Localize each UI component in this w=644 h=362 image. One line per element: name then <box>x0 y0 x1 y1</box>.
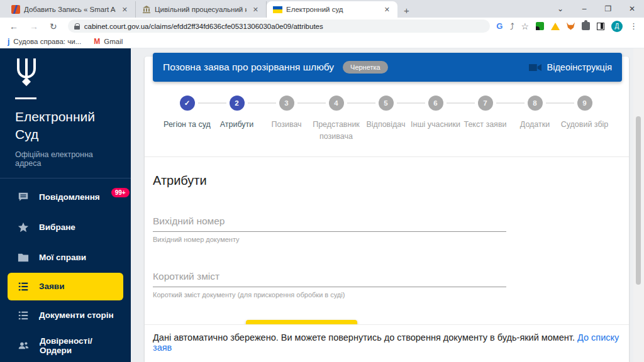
profile-avatar[interactable]: Д <box>611 21 623 32</box>
progress-stepper: ✓ Регіон та суд 2 Атрибути 3 Позивач 4 П… <box>162 96 611 143</box>
sidebar-item-favorites[interactable]: Вибране <box>0 212 131 243</box>
sidebar-item-label: Повідомлення <box>39 192 100 202</box>
cast-extension-icon[interactable] <box>536 22 544 30</box>
sidebar: Електронний Суд Офіційна електронна адре… <box>0 48 131 362</box>
address-bar: ← → ↻ cabinet.court.gov.ua/claims/efdd2f… <box>0 18 644 35</box>
page-scrollbar <box>633 48 644 362</box>
url-text: cabinet.court.gov.ua/claims/efdd2ff34fd6… <box>84 23 323 30</box>
autosave-notice: Дані автоматично збережено. Ви можете по… <box>145 324 629 362</box>
ukraine-flag-favicon <box>273 6 282 13</box>
claim-header: Позовна заява про розірвання шлюбу Черне… <box>153 53 622 82</box>
tab-title: Електронний суд <box>286 6 378 13</box>
tab-close-icon[interactable]: ✕ <box>382 4 392 15</box>
maximize-button[interactable]: ❐ <box>596 4 620 13</box>
tab-title: Добавить Запись « Smart Advok <box>24 6 116 13</box>
list-icon <box>18 310 29 321</box>
tab-smart-advokat[interactable]: Добавить Запись « Smart Advok ✕ <box>5 1 136 18</box>
forward-button[interactable]: → <box>25 21 43 31</box>
main-area: Позовна заява про розірвання шлюбу Черне… <box>131 48 644 362</box>
step-court-fee[interactable]: 9 Судовий збір <box>560 96 609 143</box>
sidebar-item-powers-of-attorney[interactable]: Довіреності/Ордери <box>0 331 131 361</box>
extensions-puzzle-icon[interactable] <box>582 22 590 30</box>
video-instruction-link[interactable]: Відеоінструкція <box>529 62 612 72</box>
sidebar-item-label: Заяви <box>39 282 64 291</box>
sidebar-divider <box>0 178 131 178</box>
field-helper-text: Вихідний номер документу <box>153 236 506 243</box>
close-window-button[interactable]: ✕ <box>620 4 644 13</box>
sidebar-item-label: Мої справи <box>39 253 86 262</box>
app-subtitle: Офіційна електронна адреса <box>15 150 116 168</box>
google-icon[interactable]: G <box>496 21 502 31</box>
tab-close-icon[interactable]: ✕ <box>119 4 130 15</box>
smart-advokat-favicon <box>11 5 20 14</box>
form-title: Атрибути <box>153 173 621 188</box>
videocam-icon <box>529 63 541 72</box>
tab-close-icon[interactable]: ✕ <box>250 4 261 15</box>
messages-count-badge: 99+ <box>111 188 130 197</box>
field-helper-text: Короткий зміст документу (для прискоренн… <box>153 291 506 299</box>
new-tab-button[interactable]: + <box>397 5 416 18</box>
short-summary-field: Короткий зміст документу (для прискоренн… <box>153 268 506 299</box>
draft-status-badge: Чернетка <box>343 61 388 74</box>
back-button[interactable]: ← <box>5 21 23 31</box>
step-circle-check-icon: ✓ <box>180 96 195 111</box>
bookmark-star-icon[interactable]: ☆ <box>521 21 529 31</box>
sidebar-extension-icon[interactable] <box>597 23 604 30</box>
browser-menu-icon[interactable]: ⋮ <box>630 21 638 31</box>
sidebar-item-claims[interactable]: Заяви <box>8 273 123 300</box>
sidebar-item-party-documents[interactable]: Документи сторін <box>0 300 131 331</box>
electronic-court-app: Електронний Суд Офіційна електронна адре… <box>0 48 644 362</box>
bookmark-gmail[interactable]: M Gmail <box>94 37 123 46</box>
bookmarks-bar: j Судова справа: чи... M Gmail <box>0 35 644 48</box>
tab-civil-code[interactable]: Цивільний процесуальний коде ✕ <box>136 1 267 18</box>
building-favicon <box>142 5 151 14</box>
bookmark-j-icon: j <box>8 37 9 46</box>
star-icon <box>18 222 29 233</box>
trident-logo-icon <box>15 57 38 87</box>
padlock-icon <box>74 23 80 30</box>
reload-button[interactable]: ↻ <box>45 21 62 31</box>
url-field[interactable]: cabinet.court.gov.ua/claims/efdd2ff34fd6… <box>68 19 491 33</box>
claim-title: Позовна заява про розірвання шлюбу <box>163 62 334 73</box>
bookmark-label: Судова справа: чи... <box>13 38 81 45</box>
minimize-button[interactable]: – <box>572 4 596 13</box>
sidebar-item-label: Довіреності/Ордери <box>40 336 121 355</box>
tab-electronic-court[interactable]: Електронний суд ✕ <box>267 1 397 18</box>
drive-extension-icon[interactable] <box>551 23 560 30</box>
bookmark-label: Gmail <box>104 38 123 45</box>
window-controls: ⌄ – ❐ ✕ <box>548 0 644 18</box>
people-icon <box>18 340 30 351</box>
chat-icon <box>18 192 29 203</box>
attributes-form: Атрибути Вихідний номер документу Коротк… <box>145 157 629 346</box>
sidebar-item-messages[interactable]: Повідомлення 99+ <box>0 182 131 212</box>
list-icon <box>18 281 29 292</box>
sidebar-item-label: Документи сторін <box>39 310 114 320</box>
window-chevron-icon[interactable]: ⌄ <box>548 4 572 13</box>
browser-tab-strip: Добавить Запись « Smart Advok ✕ Цивільни… <box>0 0 644 18</box>
folder-icon <box>18 252 29 263</box>
app-title: Електронний Суд <box>15 108 116 144</box>
outgoing-number-input[interactable] <box>153 213 506 232</box>
tab-title: Цивільний процесуальний коде <box>155 6 247 13</box>
logo-divider <box>15 97 36 99</box>
scrollbar-thumb[interactable] <box>636 116 641 285</box>
bookmark-court-case[interactable]: j Судова справа: чи... <box>8 37 81 46</box>
sidebar-item-my-cases[interactable]: Мої справи <box>0 243 131 273</box>
sidebar-item-label: Вибране <box>39 222 75 232</box>
share-icon[interactable]: ⤴ <box>509 21 514 31</box>
claim-card: Позовна заява про розірвання шлюбу Черне… <box>145 57 629 362</box>
metamask-extension-icon[interactable] <box>567 23 575 30</box>
outgoing-number-field: Вихідний номер документу <box>153 213 506 243</box>
short-summary-input[interactable] <box>153 268 506 287</box>
gmail-icon: M <box>94 37 100 46</box>
